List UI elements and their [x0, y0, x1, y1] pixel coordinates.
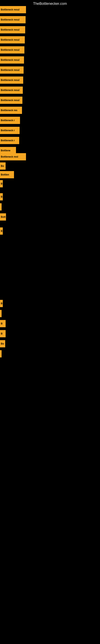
bottleneck-bar-2: Bottleneck resul	[0, 26, 25, 34]
bottleneck-item-24[interactable]	[0, 310, 1, 317]
bottleneck-item-10[interactable]: Bottleneck res	[0, 107, 22, 114]
bottleneck-label-21: Bott	[1, 216, 6, 218]
bottleneck-item-26[interactable]: B	[0, 330, 6, 337]
bottleneck-item-4[interactable]: Bottleneck resul	[0, 46, 24, 54]
bottleneck-bar-5: Bottleneck resul	[0, 56, 24, 64]
bottleneck-label-15: Bottleneck rest	[1, 155, 18, 158]
bottleneck-item-19[interactable]: B	[0, 193, 3, 200]
bottleneck-item-2[interactable]: Bottleneck resul	[0, 26, 25, 34]
bottleneck-item-11[interactable]: Bottleneck r	[0, 117, 20, 124]
bottleneck-bar-10: Bottleneck res	[0, 107, 22, 114]
bottleneck-item-25[interactable]: B	[0, 320, 6, 327]
bottleneck-label-3: Bottleneck resul	[1, 38, 19, 41]
bottleneck-label-16: Bo	[1, 164, 4, 168]
bottleneck-item-20[interactable]	[0, 203, 1, 210]
bottleneck-item-18[interactable]: B	[0, 180, 3, 187]
bottleneck-item-16[interactable]: Bo	[0, 162, 6, 170]
bottleneck-label-17: Bottlen	[1, 173, 9, 176]
bottleneck-bar-11: Bottleneck r	[0, 117, 20, 124]
bottleneck-bar-21: Bott	[0, 213, 6, 220]
bottleneck-label-12: Bottleneck r	[1, 129, 15, 132]
bottleneck-bar-13: Bottleneck r	[0, 137, 19, 144]
bottleneck-label-23: B	[1, 302, 2, 305]
bottleneck-label-18: B	[1, 182, 2, 185]
bottleneck-bar-3: Bottleneck resul	[0, 36, 25, 44]
bottleneck-item-7[interactable]: Bottleneck resul	[0, 76, 23, 84]
bottleneck-label-5: Bottleneck resul	[1, 58, 19, 62]
bottleneck-item-22[interactable]: B	[0, 228, 3, 235]
bottleneck-bar-23: B	[0, 300, 3, 307]
bottleneck-bar-20	[0, 203, 1, 210]
bottleneck-bar-17: Bottlen	[0, 171, 14, 178]
bottleneck-label-1: Bottleneck resul	[1, 18, 19, 21]
bottleneck-bar-25: B	[0, 320, 6, 327]
bottleneck-bar-8: Bottleneck resul	[0, 86, 23, 94]
bottleneck-label-8: Bottleneck resul	[1, 89, 19, 92]
bottleneck-label-0: Bottleneck resul	[1, 8, 19, 11]
bottleneck-label-13: Bottleneck r	[1, 139, 15, 142]
bottleneck-item-17[interactable]: Bottlen	[0, 171, 14, 178]
bottleneck-bar-6: Bottleneck resul	[0, 66, 24, 74]
bottleneck-label-27: Bo	[1, 342, 4, 345]
bottleneck-label-25: B	[1, 322, 2, 325]
bottleneck-item-23[interactable]: B	[0, 300, 3, 307]
bottleneck-item-13[interactable]: Bottleneck r	[0, 137, 19, 144]
bottleneck-bar-16: Bo	[0, 162, 6, 170]
bottleneck-label-4: Bottleneck resul	[1, 48, 19, 51]
bottleneck-bar-1: Bottleneck resul	[0, 16, 26, 23]
bottleneck-label-2: Bottleneck resul	[1, 28, 19, 31]
bottleneck-label-26: B	[1, 332, 2, 335]
bottleneck-item-27[interactable]: Bo	[0, 340, 5, 347]
bottleneck-bar-12: Bottleneck r	[0, 127, 20, 134]
bottleneck-label-19: B	[1, 196, 2, 198]
bottleneck-bar-18: B	[0, 180, 3, 187]
bottleneck-bar-15: Bottleneck rest	[0, 153, 26, 160]
bottleneck-label-6: Bottleneck resul	[1, 69, 19, 72]
bottleneck-label-7: Bottleneck resul	[1, 79, 19, 82]
bottleneck-label-22: B	[1, 230, 2, 232]
bottleneck-item-6[interactable]: Bottleneck resul	[0, 66, 24, 74]
bottleneck-item-12[interactable]: Bottleneck r	[0, 127, 20, 134]
bottleneck-bar-7: Bottleneck resul	[0, 76, 23, 84]
bottleneck-item-0[interactable]: Bottleneck resul	[0, 6, 26, 13]
bottleneck-bar-4: Bottleneck resul	[0, 46, 24, 54]
bottleneck-bar-19: B	[0, 193, 3, 200]
bottleneck-item-28[interactable]	[0, 350, 1, 358]
bottleneck-bar-9: Bottleneck resul	[0, 96, 22, 104]
bottleneck-item-3[interactable]: Bottleneck resul	[0, 36, 25, 44]
bottleneck-bar-0: Bottleneck resul	[0, 6, 26, 13]
bottleneck-bar-24	[0, 310, 1, 317]
bottleneck-label-11: Bottleneck r	[1, 119, 15, 122]
bottleneck-bar-27: Bo	[0, 340, 5, 347]
bottleneck-item-21[interactable]: Bott	[0, 213, 6, 220]
bottleneck-item-15[interactable]: Bottleneck rest	[0, 153, 26, 160]
bottleneck-bar-22: B	[0, 228, 3, 235]
bottleneck-item-9[interactable]: Bottleneck resul	[0, 96, 22, 104]
bottleneck-bar-28	[0, 350, 1, 358]
bottleneck-label-9: Bottleneck resul	[1, 99, 19, 102]
bottleneck-label-14: Bottlene	[1, 149, 10, 152]
bottleneck-item-1[interactable]: Bottleneck resul	[0, 16, 26, 23]
bottleneck-label-10: Bottleneck res	[1, 109, 17, 112]
bottleneck-item-8[interactable]: Bottleneck resul	[0, 86, 23, 94]
bottleneck-bar-26: B	[0, 330, 6, 337]
bottleneck-item-5[interactable]: Bottleneck resul	[0, 56, 24, 64]
